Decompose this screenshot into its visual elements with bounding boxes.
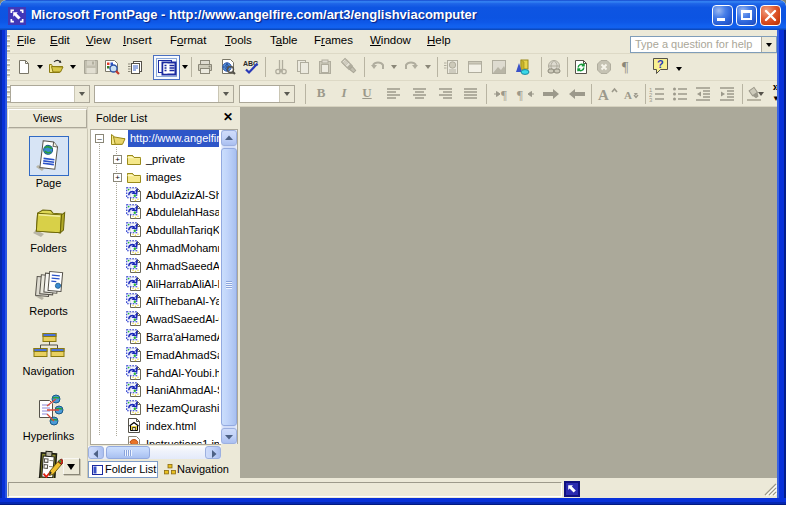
svg-text:A: A <box>624 89 632 101</box>
svg-text:3: 3 <box>649 97 653 102</box>
svg-text:¶: ¶ <box>501 87 507 102</box>
svg-text:A: A <box>598 87 609 102</box>
svg-text:¶: ¶ <box>622 60 629 75</box>
svg-text:¶: ¶ <box>517 87 523 102</box>
svg-text:?: ? <box>657 58 664 70</box>
